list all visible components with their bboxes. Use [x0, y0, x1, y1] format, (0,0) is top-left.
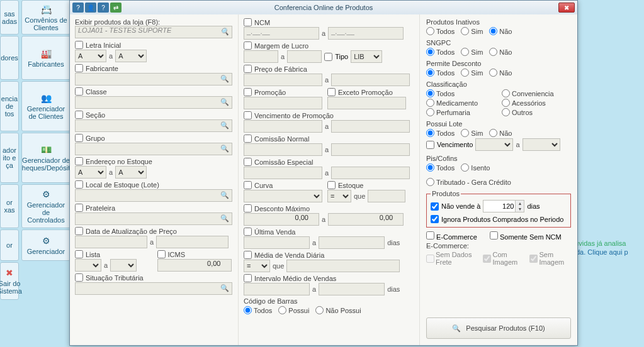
endereco-check[interactable] — [75, 157, 83, 165]
spinner-up-icon[interactable]: ▲ — [516, 201, 524, 206]
ncm-check[interactable] — [244, 18, 252, 26]
secao-check[interactable] — [75, 111, 83, 119]
ribbon-btn-ger-clientes[interactable]: 👥Gerenciador de Clientes — [21, 81, 71, 131]
com-normal-from[interactable] — [244, 143, 322, 156]
sngpc-nao[interactable]: Não — [489, 48, 512, 56]
exit-button[interactable]: ✖Sair do Sistema — [0, 262, 19, 300]
inativos-nao[interactable]: Não — [489, 27, 512, 35]
classe-input[interactable] — [75, 96, 232, 109]
local-check[interactable] — [75, 180, 83, 189]
situacao-check[interactable] — [75, 273, 83, 282]
ultima-from[interactable] — [244, 236, 310, 249]
ncm-to[interactable]: _.__.__ — [328, 27, 404, 40]
lote-nao[interactable]: Não — [489, 129, 512, 137]
secao-input[interactable] — [75, 119, 232, 132]
tipo-check[interactable] — [324, 53, 332, 61]
media-check[interactable] — [244, 251, 252, 259]
estoque-check[interactable] — [327, 181, 336, 189]
com-normal-to[interactable] — [331, 143, 410, 156]
ribbon-btn-ger-cheques[interactable]: 💵Gerenciador de heques/Depósit — [21, 133, 71, 183]
cb-possui[interactable]: Possui — [278, 306, 309, 314]
venc-promo-check[interactable] — [244, 111, 252, 119]
nao-vende-value[interactable] — [483, 201, 515, 212]
pesquisar-produtos-button[interactable]: Pesquisar Produtos (F10) — [426, 317, 571, 339]
lote-sim[interactable]: Sim — [461, 129, 483, 137]
lista-to[interactable] — [110, 259, 137, 272]
spinner-down-icon[interactable]: ▼ — [516, 206, 524, 212]
ncm-from[interactable]: _.__.__ — [244, 27, 319, 40]
fabricante-input[interactable] — [75, 73, 232, 85]
com-normal-check[interactable] — [244, 135, 252, 143]
ribbon-btn-partial-1[interactable]: sas adas — [0, 0, 19, 35]
margem-to[interactable] — [287, 50, 322, 63]
ribbon-btn-ger-controlados[interactable]: ⚙Gerenciador de Controlados — [21, 184, 71, 228]
window-close-button[interactable]: ✖ — [558, 3, 575, 13]
tipo-select[interactable]: LIB — [351, 50, 382, 63]
somente-ncm-row[interactable]: Somente Sem NCM — [490, 231, 562, 241]
classif-acess[interactable]: Acessórios — [502, 99, 571, 107]
cb-nao-possui[interactable]: Não Possui — [315, 306, 361, 314]
desconto-nao[interactable]: Não — [489, 69, 512, 77]
ribbon-btn-convenios[interactable]: 📇Convênios de Clientes — [21, 0, 71, 35]
ultima-check[interactable] — [244, 228, 252, 236]
ribbon-btn-partial-4[interactable]: ador ito e ça — [0, 133, 19, 183]
ribbon-btn-fabricantes[interactable]: 🏭Fabricantes — [21, 36, 71, 80]
promocao-check[interactable] — [244, 88, 252, 96]
sngpc-todos[interactable]: Todos — [426, 48, 455, 56]
classe-check[interactable] — [75, 87, 83, 96]
media-val[interactable] — [286, 260, 400, 272]
pis-isento[interactable]: Isento — [461, 163, 490, 172]
desconto-todos[interactable]: Todos — [426, 69, 455, 77]
preco-to[interactable] — [331, 74, 410, 86]
desc-max-to[interactable]: 0,00 — [328, 213, 404, 226]
exceto-check[interactable] — [327, 88, 336, 96]
preco-from[interactable] — [244, 74, 322, 86]
lote-todos[interactable]: Todos — [426, 129, 455, 137]
ecommerce-check[interactable] — [426, 231, 434, 240]
venc-from[interactable] — [475, 138, 513, 151]
com-esp-to[interactable] — [331, 167, 410, 179]
endereco-from[interactable]: A — [75, 166, 106, 179]
inativos-sim[interactable]: Sim — [461, 27, 483, 35]
ribbon-btn-partial-2[interactable]: dores — [0, 36, 19, 80]
lista-from[interactable] — [75, 259, 101, 272]
grupo-input[interactable] — [75, 143, 232, 155]
endereco-to[interactable]: A — [115, 166, 147, 179]
pis-tributado[interactable]: Tributado - Gera Crédito — [426, 178, 511, 186]
grupo-check[interactable] — [75, 134, 83, 142]
classif-conv[interactable]: Conveniencia — [502, 89, 571, 97]
somente-ncm-check[interactable] — [490, 231, 498, 240]
ecommerce-check-row[interactable]: E-Commerce — [426, 231, 477, 241]
venc-check[interactable] — [426, 141, 434, 149]
letra-to[interactable]: A — [115, 50, 147, 62]
desc-max-check[interactable] — [244, 204, 252, 212]
data-to[interactable] — [156, 236, 229, 248]
prateleira-input[interactable] — [75, 212, 232, 225]
prateleira-check[interactable] — [75, 204, 83, 212]
exceto-input[interactable] — [327, 97, 406, 109]
cb-todos[interactable]: Todos — [244, 306, 272, 314]
sngpc-sim[interactable]: Sim — [461, 48, 483, 56]
situacao-input[interactable] — [75, 282, 232, 295]
curva-check[interactable] — [244, 181, 252, 189]
venc-promo-to[interactable] — [331, 120, 410, 133]
com-esp-from[interactable] — [244, 167, 322, 179]
letra-inicial-check[interactable] — [75, 41, 83, 49]
inativos-todos[interactable]: Todos — [426, 27, 455, 35]
data-from[interactable] — [75, 236, 147, 248]
classif-med[interactable]: Medicamento — [426, 99, 495, 107]
estoque-op[interactable]: = — [327, 190, 351, 202]
media-op[interactable]: = — [244, 260, 270, 272]
intervalo-from[interactable] — [244, 283, 310, 295]
classif-todos[interactable]: Todos — [426, 89, 495, 97]
local-input[interactable] — [75, 189, 232, 202]
desc-max-from[interactable]: 0,00 — [244, 213, 319, 226]
venc-promo-from[interactable] — [244, 120, 322, 133]
classif-perf[interactable]: Perfumaria — [426, 108, 495, 116]
ignora-check[interactable] — [431, 215, 439, 223]
data-atual-check[interactable] — [75, 227, 83, 235]
pis-todos[interactable]: Todos — [426, 163, 455, 172]
icms-check[interactable] — [157, 250, 166, 258]
margem-check[interactable] — [244, 41, 252, 50]
ultima-to[interactable] — [319, 236, 385, 249]
